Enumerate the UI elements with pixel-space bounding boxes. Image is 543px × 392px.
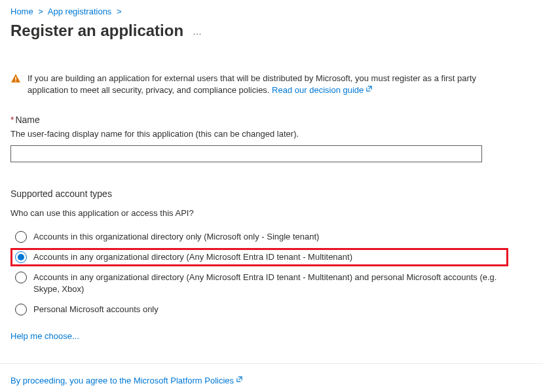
decision-guide-link[interactable]: Read our decision guide — [272, 85, 373, 95]
radio-icon — [15, 251, 27, 263]
account-type-option-1[interactable]: Accounts in any organizational directory… — [10, 248, 508, 266]
account-type-label: Accounts in this organizational director… — [33, 231, 319, 243]
account-type-label: Accounts in any organizational directory… — [33, 272, 504, 294]
page-title: Register an application — [10, 22, 183, 40]
account-type-option-3[interactable]: Personal Microsoft accounts only — [10, 300, 508, 319]
more-actions-icon[interactable]: … — [193, 26, 202, 37]
proceed-text: By proceeding, you agree to the Microsof… — [10, 376, 533, 385]
platform-policies-link[interactable]: By proceeding, you agree to the Microsof… — [10, 376, 243, 385]
divider — [0, 363, 543, 364]
radio-icon — [15, 231, 27, 243]
svg-rect-1 — [15, 80, 16, 82]
external-link-icon — [365, 85, 373, 92]
svg-rect-0 — [15, 77, 16, 80]
radio-icon — [15, 304, 27, 315]
account-types-sub: Who can use this application or access t… — [10, 208, 533, 218]
account-type-option-2[interactable]: Accounts in any organizational directory… — [10, 268, 508, 298]
chevron-right-icon: > — [117, 7, 122, 16]
breadcrumb-app-registrations[interactable]: App registrations — [48, 7, 112, 16]
name-help-text: The user-facing display name for this ap… — [10, 129, 533, 139]
account-types-radio-group: Accounts in this organizational director… — [10, 227, 533, 319]
account-type-label: Accounts in any organizational directory… — [33, 251, 352, 263]
chevron-right-icon: > — [38, 7, 43, 16]
breadcrumb: Home > App registrations > — [10, 7, 533, 16]
platform-policies-text: By proceeding, you agree to the Microsof… — [10, 376, 234, 385]
required-indicator: * — [10, 115, 14, 125]
warning-banner: If you are building an application for e… — [10, 73, 495, 96]
radio-icon — [15, 272, 27, 283]
warning-icon — [10, 73, 21, 86]
account-types-heading: Supported account types — [10, 188, 533, 199]
external-link-icon — [236, 376, 243, 383]
name-input[interactable] — [10, 145, 482, 162]
account-type-label: Personal Microsoft accounts only — [33, 304, 159, 315]
name-label: *Name — [10, 115, 533, 125]
account-type-option-0[interactable]: Accounts in this organizational director… — [10, 227, 508, 247]
decision-guide-link-text: Read our decision guide — [272, 85, 364, 95]
help-me-choose-link[interactable]: Help me choose... — [10, 331, 79, 341]
warning-text-prefix: If you are building an application for e… — [28, 73, 476, 95]
warning-text: If you are building an application for e… — [28, 73, 495, 96]
breadcrumb-home[interactable]: Home — [10, 7, 33, 16]
name-label-text: Name — [15, 115, 39, 125]
